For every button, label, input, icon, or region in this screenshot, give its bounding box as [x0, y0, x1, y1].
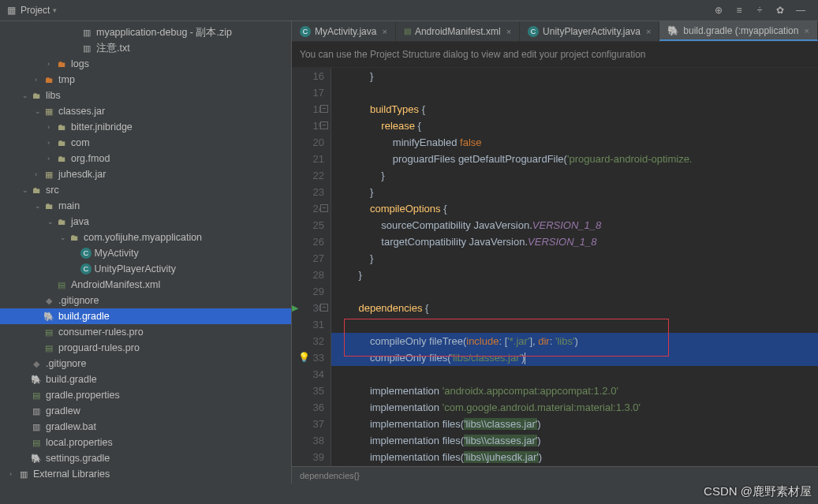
chevron-icon[interactable]: ⌄ [47, 218, 55, 226]
chevron-icon[interactable]: ⌄ [60, 233, 68, 241]
tree-item[interactable]: ▥gradlew.bat [0, 419, 291, 435]
code-line[interactable] [347, 366, 818, 383]
tree-label: classes.jar [58, 106, 105, 117]
code-line[interactable]: implementation files('libs\\classes.jar'… [347, 432, 818, 449]
project-tree[interactable]: ▥myapplication-debug - 副本.zip▥注意.txt›🖿lo… [0, 21, 291, 483]
tab-build-gradle-myapplication[interactable]: 🐘build.gradle (:myapplication× [659, 21, 818, 41]
tree-label: External Libraries [33, 469, 110, 480]
tree-item[interactable]: ▥myapplication-debug - 副本.zip [0, 24, 291, 40]
fold-icon[interactable]: − [320, 304, 328, 312]
tree-item[interactable]: ◆.gitignore [0, 293, 291, 308]
chevron-icon[interactable]: › [47, 123, 55, 131]
code[interactable]: } buildTypes { release { minifyEnabled f… [331, 68, 818, 466]
tree-label: consumer-rules.pro [58, 327, 144, 338]
tree-item[interactable]: ◆.gitignore [0, 356, 291, 371]
code-line[interactable]: implementation 'com.google.android.mater… [347, 399, 818, 416]
chevron-icon[interactable]: › [35, 170, 43, 178]
code-line[interactable]: ▶ dependencies { [347, 300, 818, 316]
code-line[interactable]: targetCompatibility JavaVersion.VERSION_… [347, 233, 818, 250]
tree-item[interactable]: 🐘build.gradle [0, 308, 291, 324]
tree-item[interactable]: ⌄▦classes.jar [0, 103, 291, 119]
hide-icon[interactable]: — [794, 4, 807, 17]
code-line[interactable] [347, 316, 818, 333]
code-line[interactable]: compileOptions { [347, 200, 818, 217]
tab-androidmanifest-xml[interactable]: ▤AndroidManifest.xml× [396, 21, 520, 41]
code-line[interactable]: testImplementation 'junit:junit:4.+' [347, 465, 818, 466]
tree-item[interactable]: C MyActivity [0, 245, 291, 261]
tree-item[interactable]: ▤consumer-rules.pro [0, 324, 291, 340]
tree-item[interactable]: 🐘build.gradle [0, 371, 291, 387]
bulb-icon[interactable]: 💡 [298, 349, 310, 366]
tab-unityplayeractivity-java[interactable]: CUnityPlayerActivity.java× [520, 21, 659, 41]
tree-item[interactable]: ⌄🖿java [0, 214, 291, 230]
folder-icon: 🖿 [55, 58, 68, 69]
fold-icon[interactable]: − [320, 121, 328, 129]
locate-icon[interactable]: ⊕ [712, 4, 725, 17]
tree-item[interactable]: 🐘settings.gradle [0, 450, 291, 466]
tree-item[interactable]: ›🖿logs [0, 56, 291, 72]
chevron-icon[interactable]: › [47, 155, 55, 162]
code-line[interactable]: sourceCompatibility JavaVersion.VERSION_… [347, 217, 818, 233]
code-line[interactable]: release { [347, 118, 818, 134]
collapse-icon[interactable]: ÷ [753, 4, 766, 17]
chevron-icon[interactable]: ⌄ [35, 202, 43, 210]
tree-item[interactable]: ▤AndroidManifest.xml [0, 277, 291, 293]
fold-icon[interactable]: − [320, 204, 328, 212]
tree-label: build.gradle [46, 374, 97, 385]
chevron-icon[interactable]: ⌄ [22, 91, 30, 99]
tree-item[interactable]: ▤local.properties [0, 435, 291, 450]
tree-item[interactable]: ⌄🖿src [0, 182, 291, 198]
code-line[interactable]: } [347, 68, 818, 84]
code-line[interactable]: } [347, 167, 818, 184]
tree-item[interactable]: ›🖿org.fmod [0, 151, 291, 166]
tree-item[interactable]: ⌄🖿com.yofijuhe.myapplication [0, 230, 291, 245]
breadcrumb[interactable]: dependencies{} [292, 466, 818, 483]
fold-icon[interactable]: − [320, 105, 328, 113]
code-line[interactable]: buildTypes { [347, 101, 818, 118]
code-line[interactable]: proguardFiles getDefaultProguardFile('pr… [347, 151, 818, 167]
code-line[interactable]: minifyEnabled false [347, 134, 818, 151]
dropdown-icon[interactable]: ▾ [53, 6, 57, 14]
tree-item[interactable]: ›🖿com [0, 135, 291, 151]
chevron-icon[interactable]: › [9, 470, 17, 478]
tree-item[interactable]: C UnityPlayerActivity [0, 261, 291, 277]
code-line[interactable]: } [347, 250, 818, 267]
close-tab-icon[interactable]: × [382, 27, 387, 36]
run-gutter-icon[interactable]: ▶ [292, 300, 298, 316]
close-tab-icon[interactable]: × [506, 27, 511, 36]
chevron-icon[interactable]: › [47, 60, 55, 68]
code-line[interactable] [347, 283, 818, 300]
chevron-icon[interactable]: › [35, 76, 43, 84]
tree-item[interactable]: ▤gradle.properties [0, 387, 291, 403]
expand-icon[interactable]: ≡ [733, 4, 745, 17]
tree-item[interactable]: ▤proguard-rules.pro [0, 340, 291, 356]
tree-item[interactable]: ▥gradlew [0, 403, 291, 419]
tree-item[interactable]: ▥Scratches and Consoles [0, 482, 291, 483]
tree-item[interactable]: ⌄🖿libs [0, 88, 291, 103]
tree-item[interactable]: ▥注意.txt [0, 40, 291, 56]
code-line[interactable]: implementation files('libs\\classes.jar'… [347, 416, 818, 432]
chevron-icon[interactable]: › [47, 139, 55, 147]
chevron-icon[interactable]: ⌄ [35, 107, 43, 115]
tree-item[interactable]: ›🖿bitter.jnibridge [0, 119, 291, 135]
tree-item[interactable]: ›▦juhesdk.jar [0, 166, 291, 182]
chevron-icon[interactable]: ⌄ [22, 186, 30, 194]
code-line[interactable]: 💡 compileOnly files('libs/classes.jar') [331, 349, 818, 366]
tree-item[interactable]: ›🖿tmp [0, 72, 291, 88]
project-title: Project [21, 5, 50, 16]
code-line[interactable] [347, 84, 818, 101]
tab-myactivity-java[interactable]: CMyActivity.java× [292, 21, 396, 41]
code-line[interactable]: } [347, 267, 818, 283]
close-tab-icon[interactable]: × [804, 26, 809, 35]
tree-item[interactable]: ›▥External Libraries [0, 466, 291, 482]
code-line[interactable]: } [347, 184, 818, 200]
tree-item[interactable]: ⌄🖿main [0, 198, 291, 214]
prop-icon: ▤ [43, 327, 55, 338]
editor-tabbar[interactable]: CMyActivity.java×▤AndroidManifest.xml×CU… [292, 21, 818, 42]
code-line[interactable]: compileOnly fileTree(include: ['*.jar'],… [331, 333, 818, 349]
code-area[interactable]: 1617181920212223242526272829303132333435… [292, 68, 818, 466]
settings-icon[interactable]: ✿ [774, 4, 786, 17]
close-tab-icon[interactable]: × [646, 27, 651, 36]
code-line[interactable]: implementation 'androidx.appcompat:appco… [347, 383, 818, 399]
code-line[interactable]: implementation files('libs\\juhesdk.jar'… [347, 449, 818, 465]
